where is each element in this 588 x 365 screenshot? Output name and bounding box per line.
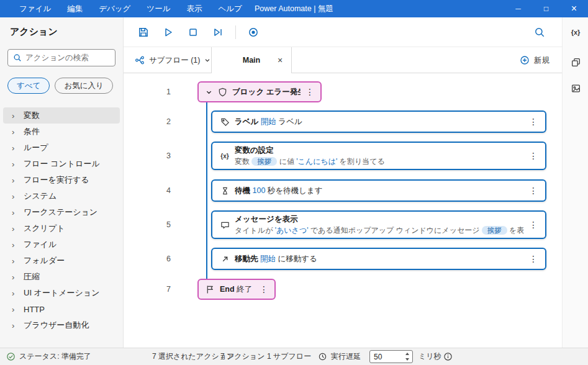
run-next-action-button[interactable] — [210, 25, 225, 40]
chevron-right-icon: › — [12, 127, 17, 137]
run-delay-group: 実行遅延 — [318, 348, 361, 365]
action-menu-button[interactable]: ⋮ — [529, 151, 538, 161]
close-button[interactable]: × — [560, 0, 588, 17]
block-text: 待機 100 秒を待機します — [235, 186, 524, 196]
check-circle-icon — [6, 352, 16, 361]
actions-count: 7 アクション — [220, 348, 265, 365]
sidebar-item-compression[interactable]: ›圧縮 — [3, 269, 120, 285]
menu-tools[interactable]: ツール — [138, 0, 178, 17]
action-search-box[interactable] — [7, 49, 115, 66]
save-button[interactable] — [136, 25, 151, 40]
plus-circle-icon — [520, 55, 530, 65]
menu-help[interactable]: ヘルプ — [210, 0, 250, 17]
block-on-block-error[interactable]: ブロック エラー発生時 ⋮ — [197, 81, 322, 102]
divider — [124, 73, 562, 73]
block-text: 移動先 開始 に移動する — [235, 254, 524, 264]
subflow-label: サブフロー (1) — [149, 55, 200, 66]
action-go-to[interactable]: 移動先 開始 に移動する ⋮ — [211, 248, 546, 270]
menu-edit[interactable]: 編集 — [59, 0, 91, 17]
chevron-right-icon: › — [12, 224, 17, 233]
record-button[interactable] — [246, 25, 261, 40]
stop-button[interactable] — [186, 25, 201, 40]
sidebar-item-system[interactable]: ›システム — [3, 188, 120, 204]
sidebar-item-http[interactable]: ›HTTP — [3, 301, 120, 317]
spinner-down-button[interactable] — [402, 357, 412, 363]
sidebar-item-browser-automation[interactable]: ›ブラウザー自動化 — [3, 317, 120, 333]
sidebar-item-file[interactable]: ›ファイル — [3, 237, 120, 253]
search-icon[interactable] — [532, 25, 547, 40]
clock-icon — [318, 352, 327, 361]
run-delay-value[interactable] — [374, 351, 400, 363]
filter-favorites[interactable]: お気に入り — [55, 78, 112, 94]
row-number: 3 — [127, 142, 171, 170]
maximize-button[interactable]: □ — [532, 0, 560, 17]
action-menu-button[interactable]: ⋮ — [529, 254, 538, 264]
action-menu-button[interactable]: ⋮ — [529, 220, 538, 230]
action-menu-button[interactable]: ⋮ — [305, 87, 314, 97]
sidebar-item-loops[interactable]: ›ループ — [3, 140, 120, 156]
filter-pills: すべて お気に入り — [7, 78, 115, 94]
sidebar-item-workstation[interactable]: ›ワークステーション — [3, 204, 120, 220]
chevron-right-icon: › — [12, 289, 17, 298]
new-subflow-button[interactable]: 新規 — [516, 47, 553, 73]
sidebar-item-flow-control[interactable]: ›フロー コントロール — [3, 156, 120, 172]
sidebar-item-conditionals[interactable]: ›条件 — [3, 124, 120, 140]
chevron-right-icon: › — [12, 240, 17, 250]
menu-view[interactable]: 表示 — [178, 0, 210, 17]
block-end[interactable]: End 終了 ⋮ — [197, 279, 276, 300]
chevron-right-icon: › — [12, 143, 17, 153]
close-tab-icon[interactable]: × — [275, 55, 285, 65]
row-number: 5 — [127, 210, 171, 239]
filter-all[interactable]: すべて — [7, 78, 50, 94]
tab-main[interactable]: Main × — [211, 47, 292, 73]
action-label[interactable]: ラベル 開始 ラベル ⋮ — [211, 110, 546, 133]
action-menu-button[interactable]: ⋮ — [260, 284, 268, 294]
flow-canvas[interactable]: 1 2 3 4 5 6 7 ブロック エラー発生時 ⋮ ラベル 開始 ラベル ⋮ — [124, 73, 562, 348]
chevron-down-icon — [204, 57, 210, 63]
status-bar: ステータス: 準備完了 7 選択されたアクション 7 アクション 1 サブフロー… — [0, 348, 588, 365]
sidebar-item-variables[interactable]: ›変数 — [3, 107, 120, 124]
menubar: ファイル 編集 デバッグ ツール 表示 ヘルプ — [0, 0, 250, 17]
sidebar-item-folder[interactable]: ›フォルダー — [3, 253, 120, 269]
block-text: ブロック エラー発生時 — [232, 87, 301, 97]
status-text: ステータス: 準備完了 — [19, 351, 91, 362]
subflows-dropdown[interactable]: サブフロー (1) — [130, 47, 215, 73]
info-icon[interactable] — [443, 348, 453, 365]
images-panel-button[interactable] — [568, 81, 583, 96]
run-delay-input[interactable] — [369, 350, 413, 363]
action-wait[interactable]: 待機 100 秒を待機します ⋮ — [211, 179, 546, 202]
sidebar-item-ui-automation[interactable]: ›UI オートメーション — [3, 285, 120, 301]
action-menu-button[interactable]: ⋮ — [529, 186, 538, 196]
tab-bar: サブフロー (1) Main × 新規 — [124, 47, 562, 73]
menu-file[interactable]: ファイル — [11, 0, 59, 17]
actions-sidebar: アクション すべて お気に入り ›変数 ›条件 ›ループ ›フロー コントロール… — [0, 17, 124, 348]
search-icon — [13, 53, 22, 62]
block-text: ラベル 開始 ラベル — [235, 117, 524, 127]
chevron-right-icon: › — [12, 273, 17, 282]
hourglass-icon — [220, 186, 230, 196]
message-icon — [220, 220, 230, 230]
block-text: 変数の設定変数 挨拶 に値 'こんにちは' を割り当てる — [235, 145, 524, 166]
row-number: 2 — [127, 110, 171, 133]
ui-elements-panel-button[interactable] — [568, 55, 583, 70]
sidebar-item-scripting[interactable]: ›スクリプト — [3, 220, 120, 237]
run-button[interactable] — [161, 25, 176, 40]
action-menu-button[interactable]: ⋮ — [529, 117, 538, 127]
action-search-input[interactable] — [25, 53, 110, 62]
action-set-variable[interactable]: {x} 変数の設定変数 挨拶 に値 'こんにちは' を割り当てる ⋮ — [211, 142, 546, 170]
chevron-right-icon: › — [12, 321, 17, 330]
variables-panel-button[interactable]: {x} — [568, 25, 583, 40]
minimize-button[interactable]: ─ — [504, 0, 532, 17]
menu-debug[interactable]: デバッグ — [91, 0, 138, 17]
new-label: 新規 — [534, 55, 550, 66]
chevron-right-icon: › — [12, 176, 17, 185]
label-icon — [220, 117, 230, 127]
right-panel-rail: {x} — [562, 17, 588, 348]
chevron-right-icon: › — [12, 111, 17, 120]
flag-icon — [205, 284, 215, 294]
chevron-down-icon[interactable] — [205, 87, 212, 97]
row-number: 7 — [127, 279, 171, 300]
action-display-message[interactable]: メッセージを表示タイトルが 'あいさつ' である通知ポップアップ ウィンドウにメ… — [211, 210, 546, 239]
spinner-up-button[interactable] — [402, 351, 412, 357]
sidebar-item-run-flow[interactable]: ›フローを実行する — [3, 172, 120, 188]
